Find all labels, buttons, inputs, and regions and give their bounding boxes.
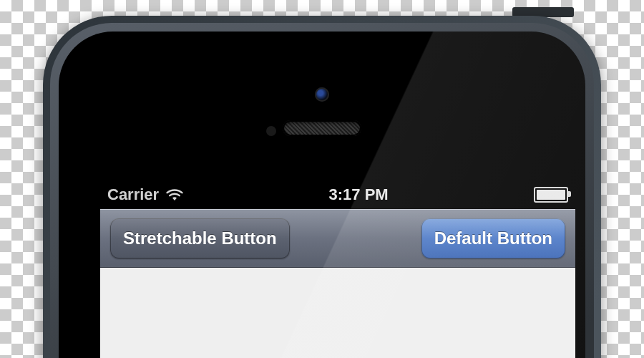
proximity-sensor bbox=[266, 126, 276, 136]
earpiece-speaker bbox=[283, 120, 361, 136]
stretchable-button[interactable]: Stretchable Button bbox=[110, 218, 290, 258]
wifi-icon bbox=[166, 188, 183, 201]
canvas: Carrier 3:17 PM bbox=[0, 0, 644, 358]
phone-frame: Carrier 3:17 PM bbox=[43, 16, 601, 358]
toolbar: Stretchable Button Default Button bbox=[100, 209, 575, 268]
front-camera bbox=[315, 87, 329, 102]
status-time: 3:17 PM bbox=[329, 185, 389, 204]
status-carrier: Carrier bbox=[107, 185, 159, 204]
battery-icon bbox=[534, 187, 568, 203]
phone-glass: Carrier 3:17 PM bbox=[59, 32, 585, 358]
content-area bbox=[100, 268, 575, 358]
ios-screen: Carrier 3:17 PM bbox=[100, 180, 575, 358]
default-button[interactable]: Default Button bbox=[421, 218, 565, 258]
status-bar: Carrier 3:17 PM bbox=[100, 180, 575, 209]
